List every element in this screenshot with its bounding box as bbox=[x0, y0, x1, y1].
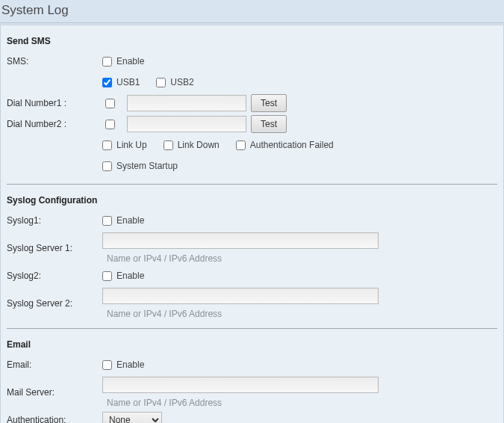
checkbox-email-enable[interactable] bbox=[102, 360, 112, 370]
checkbox-dial2[interactable] bbox=[105, 120, 115, 129]
label-sms: SMS: bbox=[7, 56, 102, 67]
checkbox-dial1[interactable] bbox=[105, 99, 115, 108]
label-mailserver: Mail Server: bbox=[7, 387, 102, 398]
row-syslog-server2: Syslog Server 2: Name or IPv4 / IPv6 Add… bbox=[7, 286, 497, 321]
label-usb1: USB1 bbox=[116, 77, 140, 87]
label-auth: Authentication: bbox=[7, 415, 102, 423]
input-syslog-server2[interactable] bbox=[102, 288, 379, 304]
section-heading-sms: Send SMS bbox=[7, 25, 497, 51]
input-syslog-server1[interactable] bbox=[102, 232, 379, 249]
row-sms-events: Link Up Link Down Authentication Failed bbox=[7, 135, 497, 155]
row-syslog-server1: Syslog Server 1: Name or IPv4 / IPv6 Add… bbox=[7, 231, 497, 265]
row-dial1: Dial Number1 : Test bbox=[7, 93, 497, 114]
label-startup: System Startup bbox=[116, 161, 178, 171]
checkbox-usb2[interactable] bbox=[156, 78, 166, 87]
checkbox-linkdown[interactable] bbox=[164, 141, 173, 150]
checkbox-usb1[interactable] bbox=[102, 78, 112, 87]
label-syslog2: Syslog2: bbox=[7, 271, 102, 281]
label-email-enable: Enable bbox=[116, 359, 144, 370]
input-dial1[interactable] bbox=[127, 95, 246, 111]
row-auth: Authentication: None bbox=[7, 410, 497, 423]
input-mailserver[interactable] bbox=[102, 377, 379, 393]
checkbox-syslog1-enable[interactable] bbox=[102, 216, 112, 226]
label-dial1: Dial Number1 : bbox=[7, 98, 102, 108]
row-sms-startup: System Startup bbox=[7, 155, 497, 176]
checkbox-sms-enable[interactable] bbox=[102, 57, 112, 67]
label-usb2: USB2 bbox=[170, 77, 193, 87]
row-syslog2: Syslog2: Enable bbox=[7, 265, 497, 286]
row-dial2: Dial Number2 : Test bbox=[7, 114, 497, 135]
input-dial2[interactable] bbox=[127, 116, 246, 132]
label-linkdown: Link Down bbox=[178, 140, 220, 150]
test-button-dial1[interactable]: Test bbox=[251, 94, 287, 112]
section-heading-syslog: Syslog Configuration bbox=[7, 185, 497, 210]
test-button-dial2[interactable]: Test bbox=[251, 115, 287, 133]
select-auth[interactable]: None bbox=[102, 412, 162, 423]
hint-mailserver: Name or IPv4 / IPv6 Address bbox=[107, 398, 222, 408]
label-linkup: Link Up bbox=[116, 140, 147, 150]
checkbox-authfail[interactable] bbox=[236, 141, 246, 150]
checkbox-startup[interactable] bbox=[102, 161, 112, 171]
label-syslog1-enable: Enable bbox=[116, 215, 144, 226]
label-syslog-server1: Syslog Server 1: bbox=[7, 243, 102, 253]
row-syslog1: Syslog1: Enable bbox=[7, 210, 497, 231]
row-sms-enable: SMS: Enable bbox=[7, 51, 497, 72]
section-heading-email: Email bbox=[7, 329, 497, 354]
row-mailserver: Mail Server: Name or IPv4 / IPv6 Address bbox=[7, 375, 497, 410]
label-dial2: Dial Number2 : bbox=[7, 119, 102, 129]
label-syslog2-enable: Enable bbox=[116, 271, 144, 281]
settings-panel: Send SMS SMS: Enable USB1 USB2 Dial Numb… bbox=[0, 25, 504, 423]
label-syslog1: Syslog1: bbox=[7, 215, 102, 226]
label-authfail: Authentication Failed bbox=[250, 140, 334, 150]
checkbox-syslog2-enable[interactable] bbox=[102, 271, 112, 281]
label-email: Email: bbox=[7, 359, 102, 370]
hint-syslog-server1: Name or IPv4 / IPv6 Address bbox=[107, 253, 222, 264]
label-sms-enable: Enable bbox=[116, 56, 144, 67]
row-email-enable: Email: Enable bbox=[7, 354, 497, 375]
hint-syslog-server2: Name or IPv4 / IPv6 Address bbox=[107, 309, 222, 319]
checkbox-linkup[interactable] bbox=[102, 141, 112, 150]
label-syslog-server2: Syslog Server 2: bbox=[7, 298, 102, 309]
row-sms-usb: USB1 USB2 bbox=[7, 72, 497, 93]
page-title: System Log bbox=[0, 0, 504, 23]
